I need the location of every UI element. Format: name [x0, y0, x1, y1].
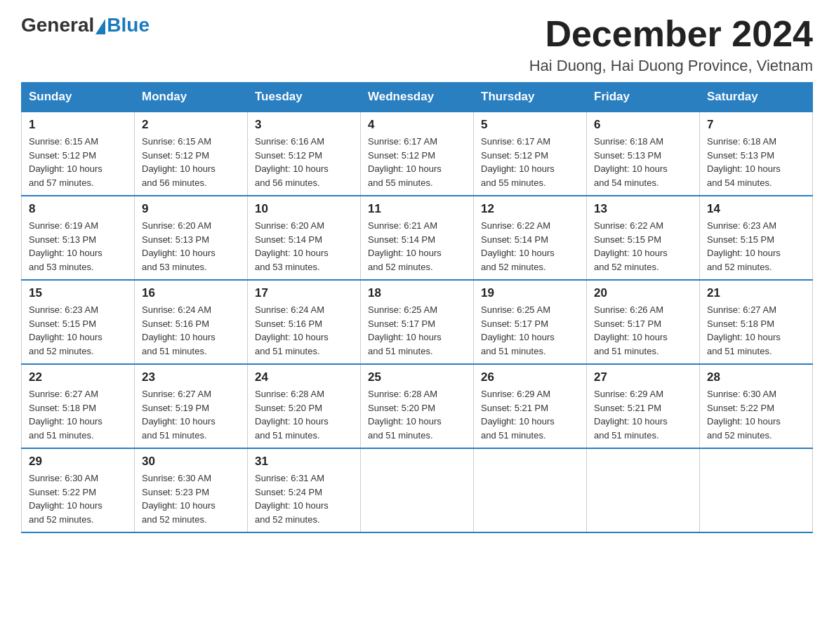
table-row: 24 Sunrise: 6:28 AM Sunset: 5:20 PM Dayl… [248, 364, 361, 448]
header-wednesday: Wednesday [361, 83, 474, 112]
table-row [474, 448, 587, 532]
calendar-week-row: 15 Sunrise: 6:23 AM Sunset: 5:15 PM Dayl… [22, 280, 813, 364]
day-number: 16 [142, 286, 240, 300]
location-subtitle: Hai Duong, Hai Duong Province, Vietnam [529, 57, 813, 75]
day-number: 30 [142, 455, 240, 469]
table-row: 14 Sunrise: 6:23 AM Sunset: 5:15 PM Dayl… [700, 196, 813, 280]
day-info: Sunrise: 6:21 AM Sunset: 5:14 PM Dayligh… [368, 219, 466, 274]
table-row: 29 Sunrise: 6:30 AM Sunset: 5:22 PM Dayl… [22, 448, 135, 532]
day-number: 7 [707, 118, 805, 132]
table-row: 22 Sunrise: 6:27 AM Sunset: 5:18 PM Dayl… [22, 364, 135, 448]
day-number: 20 [594, 286, 692, 300]
day-number: 3 [255, 118, 353, 132]
day-number: 24 [255, 370, 353, 384]
day-number: 4 [368, 118, 466, 132]
logo-triangle-icon [95, 19, 105, 34]
day-number: 23 [142, 370, 240, 384]
header-thursday: Thursday [474, 83, 587, 112]
day-number: 8 [29, 202, 127, 216]
day-number: 31 [255, 455, 353, 469]
day-number: 17 [255, 286, 353, 300]
table-row: 31 Sunrise: 6:31 AM Sunset: 5:24 PM Dayl… [248, 448, 361, 532]
day-info: Sunrise: 6:27 AM Sunset: 5:19 PM Dayligh… [142, 387, 240, 442]
day-info: Sunrise: 6:27 AM Sunset: 5:18 PM Dayligh… [707, 303, 805, 358]
table-row: 23 Sunrise: 6:27 AM Sunset: 5:19 PM Dayl… [135, 364, 248, 448]
table-row: 10 Sunrise: 6:20 AM Sunset: 5:14 PM Dayl… [248, 196, 361, 280]
day-number: 6 [594, 118, 692, 132]
day-number: 28 [707, 370, 805, 384]
table-row: 16 Sunrise: 6:24 AM Sunset: 5:16 PM Dayl… [135, 280, 248, 364]
table-row: 28 Sunrise: 6:30 AM Sunset: 5:22 PM Dayl… [700, 364, 813, 448]
table-row: 12 Sunrise: 6:22 AM Sunset: 5:14 PM Dayl… [474, 196, 587, 280]
day-info: Sunrise: 6:22 AM Sunset: 5:15 PM Dayligh… [594, 219, 692, 274]
day-info: Sunrise: 6:23 AM Sunset: 5:15 PM Dayligh… [29, 303, 127, 358]
day-number: 21 [707, 286, 805, 300]
day-info: Sunrise: 6:30 AM Sunset: 5:23 PM Dayligh… [142, 471, 240, 526]
logo-blue-text: Blue [107, 14, 150, 36]
calendar-week-row: 22 Sunrise: 6:27 AM Sunset: 5:18 PM Dayl… [22, 364, 813, 448]
header-friday: Friday [587, 83, 700, 112]
day-info: Sunrise: 6:28 AM Sunset: 5:20 PM Dayligh… [368, 387, 466, 442]
day-info: Sunrise: 6:15 AM Sunset: 5:12 PM Dayligh… [142, 135, 240, 189]
day-number: 10 [255, 202, 353, 216]
table-row: 6 Sunrise: 6:18 AM Sunset: 5:13 PM Dayli… [587, 112, 700, 196]
day-info: Sunrise: 6:25 AM Sunset: 5:17 PM Dayligh… [368, 303, 466, 358]
day-info: Sunrise: 6:28 AM Sunset: 5:20 PM Dayligh… [255, 387, 353, 442]
day-info: Sunrise: 6:30 AM Sunset: 5:22 PM Dayligh… [29, 471, 127, 526]
table-row: 30 Sunrise: 6:30 AM Sunset: 5:23 PM Dayl… [135, 448, 248, 532]
table-row: 19 Sunrise: 6:25 AM Sunset: 5:17 PM Dayl… [474, 280, 587, 364]
header-tuesday: Tuesday [248, 83, 361, 112]
table-row: 21 Sunrise: 6:27 AM Sunset: 5:18 PM Dayl… [700, 280, 813, 364]
day-number: 22 [29, 370, 127, 384]
day-info: Sunrise: 6:25 AM Sunset: 5:17 PM Dayligh… [481, 303, 579, 358]
day-info: Sunrise: 6:24 AM Sunset: 5:16 PM Dayligh… [255, 303, 353, 358]
day-info: Sunrise: 6:23 AM Sunset: 5:15 PM Dayligh… [707, 219, 805, 274]
table-row: 1 Sunrise: 6:15 AM Sunset: 5:12 PM Dayli… [22, 112, 135, 196]
day-info: Sunrise: 6:29 AM Sunset: 5:21 PM Dayligh… [594, 387, 692, 442]
table-row: 13 Sunrise: 6:22 AM Sunset: 5:15 PM Dayl… [587, 196, 700, 280]
day-info: Sunrise: 6:19 AM Sunset: 5:13 PM Dayligh… [29, 219, 127, 274]
day-info: Sunrise: 6:24 AM Sunset: 5:16 PM Dayligh… [142, 303, 240, 358]
day-number: 2 [142, 118, 240, 132]
day-number: 5 [481, 118, 579, 132]
table-row: 20 Sunrise: 6:26 AM Sunset: 5:17 PM Dayl… [587, 280, 700, 364]
calendar-week-row: 8 Sunrise: 6:19 AM Sunset: 5:13 PM Dayli… [22, 196, 813, 280]
table-row: 9 Sunrise: 6:20 AM Sunset: 5:13 PM Dayli… [135, 196, 248, 280]
day-number: 25 [368, 370, 466, 384]
day-number: 26 [481, 370, 579, 384]
table-row: 11 Sunrise: 6:21 AM Sunset: 5:14 PM Dayl… [361, 196, 474, 280]
calendar-table: Sunday Monday Tuesday Wednesday Thursday… [21, 82, 813, 533]
day-number: 9 [142, 202, 240, 216]
table-row: 15 Sunrise: 6:23 AM Sunset: 5:15 PM Dayl… [22, 280, 135, 364]
day-number: 12 [481, 202, 579, 216]
day-number: 14 [707, 202, 805, 216]
title-section: December 2024 Hai Duong, Hai Duong Provi… [529, 14, 813, 75]
day-number: 27 [594, 370, 692, 384]
day-info: Sunrise: 6:27 AM Sunset: 5:18 PM Dayligh… [29, 387, 127, 442]
day-number: 1 [29, 118, 127, 132]
day-info: Sunrise: 6:22 AM Sunset: 5:14 PM Dayligh… [481, 219, 579, 274]
day-number: 15 [29, 286, 127, 300]
day-info: Sunrise: 6:15 AM Sunset: 5:12 PM Dayligh… [29, 135, 127, 189]
page-header: General Blue December 2024 Hai Duong, Ha… [21, 14, 813, 75]
day-info: Sunrise: 6:18 AM Sunset: 5:13 PM Dayligh… [707, 135, 805, 189]
month-year-title: December 2024 [529, 14, 813, 54]
table-row: 2 Sunrise: 6:15 AM Sunset: 5:12 PM Dayli… [135, 112, 248, 196]
table-row: 25 Sunrise: 6:28 AM Sunset: 5:20 PM Dayl… [361, 364, 474, 448]
day-info: Sunrise: 6:20 AM Sunset: 5:13 PM Dayligh… [142, 219, 240, 274]
table-row: 17 Sunrise: 6:24 AM Sunset: 5:16 PM Dayl… [248, 280, 361, 364]
day-info: Sunrise: 6:26 AM Sunset: 5:17 PM Dayligh… [594, 303, 692, 358]
day-info: Sunrise: 6:20 AM Sunset: 5:14 PM Dayligh… [255, 219, 353, 274]
table-row: 3 Sunrise: 6:16 AM Sunset: 5:12 PM Dayli… [248, 112, 361, 196]
table-row: 8 Sunrise: 6:19 AM Sunset: 5:13 PM Dayli… [22, 196, 135, 280]
day-info: Sunrise: 6:17 AM Sunset: 5:12 PM Dayligh… [481, 135, 579, 189]
day-info: Sunrise: 6:31 AM Sunset: 5:24 PM Dayligh… [255, 471, 353, 526]
table-row: 18 Sunrise: 6:25 AM Sunset: 5:17 PM Dayl… [361, 280, 474, 364]
logo-general-text: General [21, 14, 94, 36]
table-row [587, 448, 700, 532]
day-info: Sunrise: 6:17 AM Sunset: 5:12 PM Dayligh… [368, 135, 466, 189]
day-number: 29 [29, 455, 127, 469]
day-info: Sunrise: 6:16 AM Sunset: 5:12 PM Dayligh… [255, 135, 353, 189]
day-number: 19 [481, 286, 579, 300]
table-row: 7 Sunrise: 6:18 AM Sunset: 5:13 PM Dayli… [700, 112, 813, 196]
